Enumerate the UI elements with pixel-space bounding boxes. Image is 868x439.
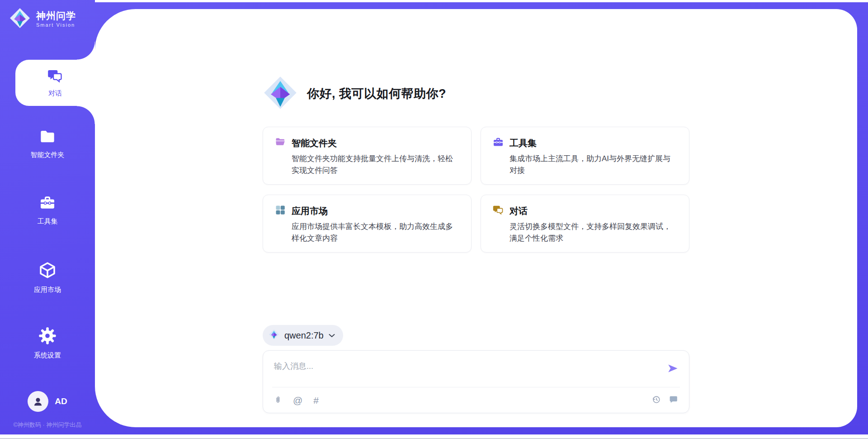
app-window: 神州问学 Smart Vision 对话 智能文件夹 <box>0 0 868 439</box>
toolbox-icon <box>493 137 504 149</box>
feedback-button[interactable] <box>669 395 678 406</box>
card-title: 工具集 <box>509 137 537 149</box>
card-app-market[interactable]: 应用市场 应用市场提供丰富长文本模板，助力高效生成多样化文章内容 <box>263 195 472 253</box>
folder-open-icon <box>275 137 286 149</box>
feature-cards: 智能文件夹 智能文件夹功能支持批量文件上传与清洗，轻松实现文件问答 <box>263 127 689 253</box>
model-name: qwen2:7b <box>284 330 324 341</box>
card-toolbox[interactable]: 工具集 集成市场上主流工具，助力AI与外界无缝扩展与对接 <box>481 127 689 185</box>
send-icon <box>666 369 679 376</box>
history-icon <box>651 395 661 406</box>
sidebar-item-label: 应用市场 <box>34 286 61 294</box>
card-chat[interactable]: 对话 灵活切换多模型文件，支持多样回复效果调试，满足个性化需求 <box>481 195 689 253</box>
model-gem-icon <box>269 329 279 342</box>
page-edge-top <box>95 0 868 2</box>
model-selector[interactable]: qwen2:7b <box>263 325 343 346</box>
chat-icon <box>493 205 504 217</box>
card-description: 应用市场提供丰富长文本模板，助力高效生成多样化文章内容 <box>292 221 459 244</box>
history-button[interactable] <box>651 395 661 406</box>
main-panel: 你好, 我可以如何帮助你? 智能文件夹 智能文件夹功能支持批量文件上传与清洗，轻… <box>95 9 857 427</box>
app-grid-icon <box>275 205 286 217</box>
sidebar-item-label: 对话 <box>48 89 62 98</box>
cube-icon <box>38 261 57 281</box>
folder-icon <box>39 129 56 146</box>
chat-bubble-icon <box>669 395 678 406</box>
chat-icon <box>47 68 63 86</box>
composer-toolbar: @ # <box>263 387 689 413</box>
chevron-down-icon <box>329 331 335 339</box>
send-button[interactable] <box>666 363 679 376</box>
sidebar-item-label: 智能文件夹 <box>31 151 65 159</box>
user-account[interactable]: AD <box>0 391 95 412</box>
attachment-button[interactable] <box>274 395 282 406</box>
user-initials: AD <box>55 396 67 406</box>
greeting-row: 你好, 我可以如何帮助你? <box>263 75 689 112</box>
brand-subtitle: Smart Vision <box>36 22 76 28</box>
brand-name: 神州问学 <box>36 10 76 21</box>
greeting-text: 你好, 我可以如何帮助你? <box>307 86 446 102</box>
sidebar-item-smart-folder[interactable]: 智能文件夹 <box>0 129 95 159</box>
sidebar-item-label: 工具集 <box>38 217 58 226</box>
sidebar-item-chat[interactable]: 对话 <box>15 60 95 106</box>
greeting-gem-icon <box>263 75 298 112</box>
toolbox-icon <box>39 195 56 213</box>
sidebar-item-settings[interactable]: 系统设置 <box>0 327 95 360</box>
sidebar-item-app-market[interactable]: 应用市场 <box>0 261 95 294</box>
content-column: 你好, 我可以如何帮助你? 智能文件夹 智能文件夹功能支持批量文件上传与清洗，轻… <box>263 9 689 427</box>
paperclip-icon <box>274 395 282 406</box>
composer: @ # <box>263 350 689 413</box>
brand: 神州问学 Smart Vision <box>9 7 76 31</box>
brand-gem-icon <box>9 7 31 31</box>
avatar <box>28 391 48 412</box>
page-edge-bottom <box>0 434 868 439</box>
card-description: 灵活切换多模型文件，支持多样回复效果调试，满足个性化需求 <box>509 221 677 244</box>
hash-icon: # <box>313 396 319 405</box>
card-title: 应用市场 <box>292 205 328 217</box>
topic-button[interactable]: # <box>313 396 319 405</box>
sidebar-item-label: 系统设置 <box>34 351 61 360</box>
gear-icon <box>38 327 57 347</box>
sidebar: 神州问学 Smart Vision 对话 智能文件夹 <box>0 0 95 435</box>
copyright-text: ©神州数码 · 神州问学出品 <box>0 421 95 429</box>
sidebar-item-toolbox[interactable]: 工具集 <box>0 195 95 226</box>
card-smart-folder[interactable]: 智能文件夹 智能文件夹功能支持批量文件上传与清洗，轻松实现文件问答 <box>263 127 472 185</box>
card-title: 智能文件夹 <box>292 137 337 149</box>
message-input[interactable] <box>263 351 652 385</box>
at-sign-icon: @ <box>293 396 302 405</box>
card-description: 智能文件夹功能支持批量文件上传与清洗，轻松实现文件问答 <box>292 153 459 176</box>
card-description: 集成市场上主流工具，助力AI与外界无缝扩展与对接 <box>509 153 677 176</box>
mention-button[interactable]: @ <box>293 396 302 405</box>
card-title: 对话 <box>509 205 528 217</box>
